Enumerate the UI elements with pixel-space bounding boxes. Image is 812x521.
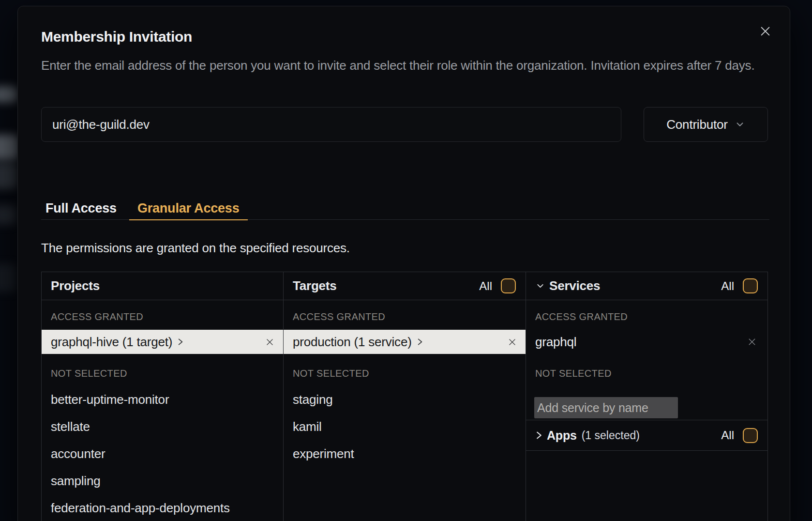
modal-title: Membership Invitation <box>41 29 192 45</box>
permissions-note: The permissions are granted on the speci… <box>41 241 350 256</box>
backdrop-blur-fragment <box>0 135 19 160</box>
chevron-down-icon <box>535 281 545 291</box>
access-tabs: Full Access Granular Access <box>41 197 769 220</box>
access-granted-label: ACCESS GRANTED <box>535 311 767 323</box>
close-button[interactable] <box>758 24 772 38</box>
close-icon <box>747 337 757 347</box>
project-list-item[interactable]: federation-and-app-deployments <box>51 501 283 515</box>
remove-target-button[interactable] <box>508 337 517 347</box>
access-granted-label: ACCESS GRANTED <box>51 311 283 323</box>
tab-label: Granular Access <box>137 201 240 216</box>
granted-project-label: graphql-hive (1 target) <box>51 335 172 350</box>
email-field[interactable] <box>41 107 621 142</box>
role-select-value: Contributor <box>666 117 727 132</box>
services-all-label: All <box>721 279 734 293</box>
target-list-item[interactable]: kamil <box>293 419 526 434</box>
project-list-item[interactable]: stellate <box>51 419 283 434</box>
close-icon <box>508 337 517 347</box>
backdrop-blur-fragment <box>0 163 18 189</box>
granted-target-label: production (1 service) <box>293 335 412 350</box>
target-list-item[interactable]: experiment <box>293 446 526 461</box>
tab-granular-access[interactable]: Granular Access <box>129 197 248 220</box>
target-list-item[interactable]: staging <box>293 392 526 407</box>
apps-all-label: All <box>721 429 734 442</box>
not-selected-label: NOT SELECTED <box>535 368 767 380</box>
not-selected-label: NOT SELECTED <box>293 368 526 380</box>
projects-column: Projects ACCESS GRANTED graphql-hive (1 … <box>42 272 284 521</box>
projects-column-header: Projects <box>42 272 283 300</box>
project-list-item[interactable]: accounter <box>51 446 283 461</box>
backdrop-blur-fragment <box>0 264 17 292</box>
project-list-item[interactable]: better-uptime-monitor <box>51 392 283 407</box>
apps-title: Apps <box>547 429 577 443</box>
granted-project-row[interactable]: graphql-hive (1 target) <box>42 330 283 354</box>
tab-full-access[interactable]: Full Access <box>37 197 125 220</box>
services-column-header[interactable]: Services All <box>526 272 767 300</box>
granted-service-row[interactable]: graphql <box>526 330 767 354</box>
close-icon <box>759 25 772 38</box>
chevron-right-icon <box>177 337 184 346</box>
apps-row[interactable]: Apps (1 selected) All <box>526 420 767 451</box>
modal-description: Enter the email address of the person yo… <box>41 57 772 75</box>
add-service-input[interactable] <box>534 397 678 418</box>
granted-service-label: graphql <box>535 335 576 350</box>
close-icon <box>265 337 274 347</box>
targets-all-label: All <box>479 279 492 293</box>
membership-invitation-modal: Membership Invitation Enter the email ad… <box>17 6 790 521</box>
granted-target-row[interactable]: production (1 service) <box>284 330 526 354</box>
targets-column: Targets All ACCESS GRANTED production (1… <box>284 272 526 521</box>
role-select[interactable]: Contributor <box>644 107 768 142</box>
access-granted-label: ACCESS GRANTED <box>293 311 526 323</box>
project-list-item[interactable]: sampling <box>51 474 283 488</box>
services-column: Services All ACCESS GRANTED graphql NOT … <box>526 272 767 521</box>
resources-table: Projects ACCESS GRANTED graphql-hive (1 … <box>41 272 768 521</box>
apps-all-checkbox[interactable] <box>743 428 758 443</box>
targets-title: Targets <box>293 278 337 293</box>
remove-project-button[interactable] <box>265 337 274 347</box>
chevron-down-icon <box>735 119 745 130</box>
services-all-checkbox[interactable] <box>743 278 758 293</box>
projects-title: Projects <box>51 278 100 293</box>
services-title: Services <box>549 278 600 293</box>
remove-service-button[interactable] <box>747 337 757 347</box>
tab-label: Full Access <box>45 201 117 216</box>
apps-selected-count: (1 selected) <box>582 429 640 442</box>
backdrop-blur-fragment <box>0 205 17 225</box>
backdrop-blur-fragment <box>0 86 18 103</box>
targets-column-header: Targets All <box>284 272 526 300</box>
chevron-right-icon <box>417 337 423 346</box>
not-selected-label: NOT SELECTED <box>51 368 283 380</box>
chevron-right-icon <box>535 430 543 440</box>
targets-all-checkbox[interactable] <box>501 278 516 293</box>
